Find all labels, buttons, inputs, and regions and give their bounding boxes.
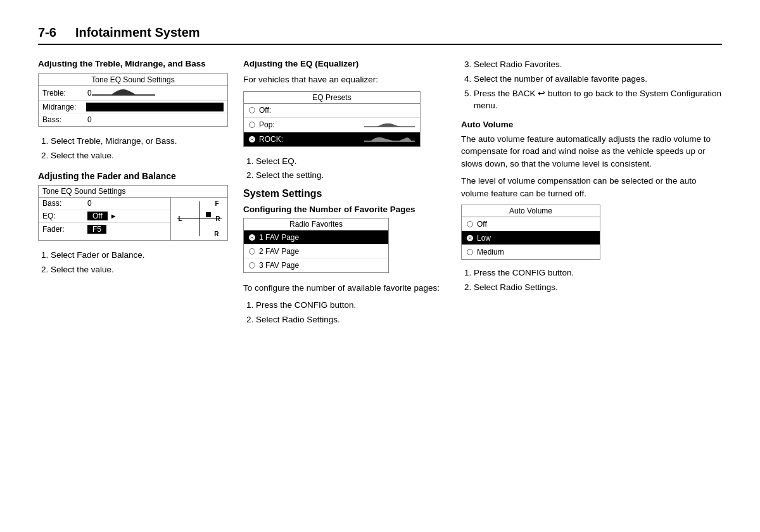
midrange-bar — [86, 103, 224, 111]
treble-steps: Select Treble, Midrange, or Bass. Select… — [38, 136, 228, 162]
fav-label-2: 2 FAV Page — [259, 247, 299, 256]
eq-radio-off — [249, 107, 255, 113]
page: 7-6 Infotainment System Adjusting the Tr… — [0, 0, 760, 532]
crosshair-vertical — [200, 201, 200, 236]
eq-row-rock: ROCK: — [244, 132, 420, 146]
eq-row-pop: Pop: — [244, 118, 420, 132]
fav-radio-2 — [249, 248, 255, 255]
vol-radio-low — [467, 235, 473, 241]
vol-label-off: Off — [477, 220, 487, 229]
chapter-number: 7-6 — [38, 25, 56, 40]
eq-presets-box: EQ Presets Off: Pop: — [243, 91, 421, 147]
fader-bass-label: Bass: — [42, 199, 84, 208]
fader-eq-value: Off — [87, 212, 108, 220]
system-settings-heading: System Settings — [243, 188, 446, 200]
left-column: Adjusting the Treble, Midrange, and Bass… — [38, 59, 228, 332]
fader-eq-box: Tone EQ Sound Settings Bass: 0 EQ: Off — [38, 185, 228, 241]
eq-label-off: Off: — [259, 106, 271, 115]
fader-content: Bass: 0 EQ: Off ► Fader: F5 — [39, 198, 227, 240]
treble-row: Treble: 0 — [39, 86, 227, 101]
eq-label-pop: Pop: — [259, 120, 275, 129]
fader-eq-label: EQ: — [42, 212, 84, 220]
right-bottom-step-2: Select Radio Settings. — [474, 282, 722, 294]
right-bottom-step-1: Press the CONFIG button. — [474, 267, 722, 279]
eq-radio-rock — [249, 136, 255, 142]
crosshair-label-l: L — [179, 215, 182, 222]
vol-radio-medium — [467, 249, 473, 255]
config-steps: Press the CONFIG button. Select Radio Se… — [243, 300, 446, 326]
midrange-label: Midrange: — [42, 103, 84, 111]
right-step-3: Select Radio Favorites. — [474, 59, 722, 71]
page-header: 7-6 Infotainment System — [38, 25, 722, 45]
fav-radio-1 — [249, 234, 255, 241]
fader-fader-value: F5 — [87, 225, 106, 234]
fav-label-3: 3 FAV Page — [259, 261, 299, 270]
auto-volume-text-2: The level of volume compensation can be … — [461, 175, 722, 200]
config-intro: To configure the number of available fav… — [243, 282, 446, 294]
vol-row-low: Low — [462, 231, 600, 245]
tone-eq-box: Tone EQ Sound Settings Treble: 0 Midrang… — [38, 73, 228, 127]
auto-volume-box: Auto Volume Off Low Medium — [461, 205, 600, 260]
fav-row-3: 3 FAV Page — [244, 258, 388, 272]
pop-curve-svg — [364, 119, 415, 130]
eq-curve-pop — [275, 119, 415, 130]
crosshair-label-r2: R — [214, 231, 218, 238]
treble-slider — [92, 87, 224, 99]
bass-label: Bass: — [42, 115, 84, 124]
fader-box-title: Tone EQ Sound Settings — [39, 186, 227, 198]
eq-step-1: Select EQ. — [256, 156, 446, 168]
fader-step-2: Select the value. — [51, 264, 228, 276]
eq-radio-pop — [249, 122, 255, 128]
eq-step-2: Select the setting. — [256, 170, 446, 182]
right-step-4: Select the number of available favorite … — [474, 73, 722, 86]
rock-curve-svg — [364, 134, 415, 145]
fader-fader-label: Fader: — [42, 225, 84, 234]
bass-row: Bass: 0 — [39, 113, 227, 126]
radio-fav-box: Radio Favorites 1 FAV Page 2 FAV Page 3 … — [243, 218, 389, 273]
fader-dot — [206, 212, 211, 217]
vol-radio-off — [467, 221, 473, 227]
fader-step-1: Select Fader or Balance. — [51, 250, 228, 262]
right-step-5: Press the BACK ↩ button to go back to th… — [474, 88, 722, 112]
middle-column: Adjusting the EQ (Equalizer) For vehicle… — [243, 59, 446, 332]
bass-value: 0 — [87, 115, 92, 124]
fader-fader-row: Fader: F5 — [39, 223, 170, 236]
fader-left-rows: Bass: 0 EQ: Off ► Fader: F5 — [39, 198, 170, 240]
fader-steps: Select Fader or Balance. Select the valu… — [38, 250, 228, 276]
auto-volume-box-title: Auto Volume — [462, 205, 600, 217]
eq-steps: Select EQ. Select the setting. — [243, 156, 446, 182]
fader-bass-value: 0 — [87, 199, 92, 208]
fav-radio-3 — [249, 262, 255, 269]
content-columns: Adjusting the Treble, Midrange, and Bass… — [38, 59, 722, 332]
fav-label-1: 1 FAV Page — [259, 233, 299, 242]
treble-section-heading: Adjusting the Treble, Midrange, and Bass — [38, 59, 228, 68]
eq-curve-rock — [283, 134, 415, 145]
auto-volume-heading: Auto Volume — [461, 120, 722, 129]
vol-row-medium: Medium — [462, 245, 600, 259]
right-top-steps: Select Radio Favorites. Select the numbe… — [461, 59, 722, 112]
fav-row-2: 2 FAV Page — [244, 244, 388, 258]
vol-label-low: Low — [477, 234, 491, 243]
config-fav-heading: Configuring the Number of Favorite Pages — [243, 205, 446, 214]
vol-row-off: Off — [462, 217, 600, 231]
fav-row-1: 1 FAV Page — [244, 231, 388, 244]
treble-curve-svg — [92, 86, 155, 100]
treble-step-1: Select Treble, Midrange, or Bass. — [51, 136, 228, 148]
eq-row-off: Off: — [244, 104, 420, 118]
fader-section-heading: Adjusting the Fader and Balance — [38, 171, 228, 181]
fader-eq-row: EQ: Off ► — [39, 210, 170, 223]
crosshair: F L R R — [177, 201, 222, 236]
auto-volume-text-1: The auto volume feature automatically ad… — [461, 133, 722, 170]
treble-label: Treble: — [42, 89, 84, 98]
midrange-row: Midrange: — [39, 101, 227, 113]
radio-fav-title: Radio Favorites — [244, 218, 388, 231]
eq-presets-title: EQ Presets — [244, 92, 420, 104]
page-title: Infotainment System — [75, 25, 200, 40]
config-step-1: Press the CONFIG button. — [256, 300, 446, 312]
crosshair-label-f: F — [215, 200, 218, 207]
eq-section-heading: Adjusting the EQ (Equalizer) — [243, 59, 446, 68]
eq-label-rock: ROCK: — [259, 135, 283, 144]
tone-eq-title: Tone EQ Sound Settings — [39, 74, 227, 86]
right-bottom-steps: Press the CONFIG button. Select Radio Se… — [461, 267, 722, 294]
config-step-2: Select Radio Settings. — [256, 314, 446, 326]
